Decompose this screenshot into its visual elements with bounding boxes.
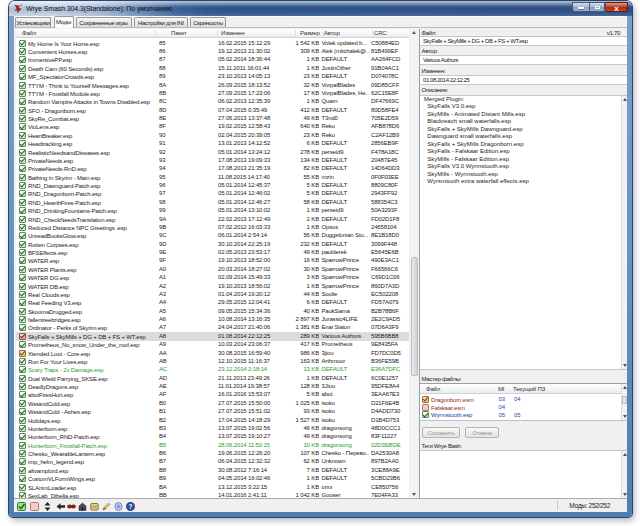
svg-text:?: ? (129, 502, 133, 509)
